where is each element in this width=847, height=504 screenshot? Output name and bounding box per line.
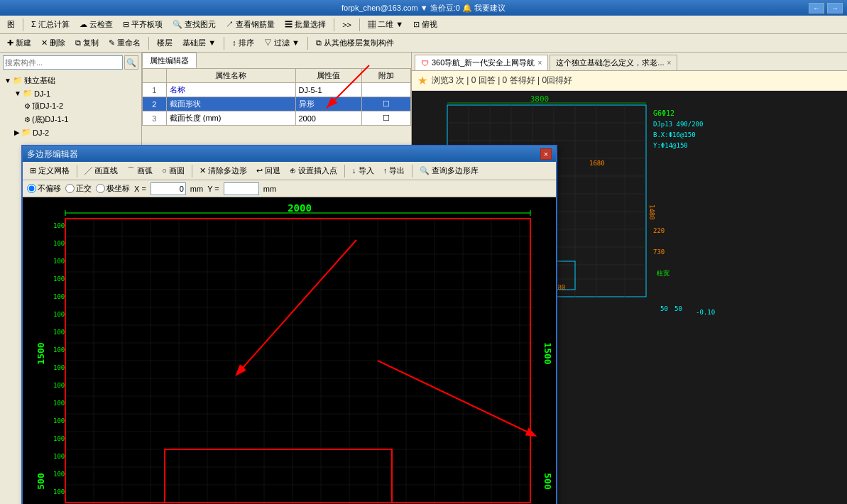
floor-select-btn[interactable]: 基础层 ▼ [178, 36, 220, 50]
svg-text:柱宽: 柱宽 [657, 270, 670, 277]
poly-library-btn[interactable]: 🔍 查询多边形库 [415, 164, 483, 177]
tree-children-dj1: ⚙ 顶DJ-1-2 ⚙ (底)DJ-1-1 [21, 99, 140, 126]
star-icon: ★ [417, 74, 427, 87]
search-input[interactable] [3, 55, 123, 70]
2d-btn[interactable]: ▦ 二维 ▼ [364, 18, 408, 31]
top-bar: forpk_chen@163.com ▼ 造价豆:0 🔔 我要建议 ← → [0, 0, 847, 16]
find-btn[interactable]: 🔍 查找图元 [168, 18, 220, 31]
floor-btn[interactable]: 楼层 [153, 36, 177, 50]
sep6 [307, 37, 308, 50]
rename-btn[interactable]: ✎ 重命名 [104, 36, 145, 50]
tree-item-dj1[interactable]: ▼ 📁 DJ-1 [11, 87, 140, 99]
poly-export-btn[interactable]: ↑ 导出 [379, 164, 410, 177]
poly-draw-circle-btn[interactable]: ○ 画圆 [158, 164, 189, 177]
props-tab: 属性编辑器 [142, 53, 411, 68]
svg-text:100: 100 [53, 488, 65, 495]
radio-no-offset-input[interactable] [27, 184, 36, 193]
col-value: 属性值 [295, 69, 362, 83]
search-button[interactable]: 🔍 [124, 55, 138, 70]
tab-360[interactable]: 🛡 360导航_新一代安全上网导航 × [415, 55, 548, 70]
poly-define-grid-btn[interactable]: ⊞ 定义网格 [26, 164, 74, 177]
copy-btn[interactable]: ⧉ 复制 [71, 36, 103, 50]
sort-btn[interactable]: ↕ 排序 [228, 36, 258, 50]
rebar-btn[interactable]: ↗ 查看钢筋量 [222, 18, 279, 31]
tab-question[interactable]: 这个独立基础怎么定义，求老... × [550, 55, 677, 70]
radio-orthogonal-input[interactable] [65, 184, 75, 193]
prop-row-1-name: 名称 [166, 83, 295, 97]
align-btn[interactable]: ⊟ 平齐板项 [119, 18, 167, 31]
delete-btn[interactable]: ✕ 删除 [37, 36, 70, 50]
prop-row-3-value[interactable]: 2000 [295, 111, 362, 126]
tree-folder-icon: 📁 [13, 76, 23, 85]
tree-children-root: ▼ 📁 DJ-1 ⚙ 顶DJ-1-2 ⚙ (底)DJ-1-1 [11, 87, 140, 138]
poly-clear-btn[interactable]: ✕ 清除多边形 [195, 164, 251, 177]
prop-row-2-num: 2 [143, 97, 167, 111]
topview-btn[interactable]: ⊡ 俯视 [409, 18, 442, 31]
tree-dj1-label: DJ-1 [34, 89, 50, 98]
poly-svg: 2000 1500 1500 500 500 × [23, 197, 556, 504]
radio-orthogonal[interactable]: 正交 [65, 183, 92, 194]
filter-btn[interactable]: ▽ 过滤 ▼ [260, 36, 304, 50]
svg-text:Y:Φ14@150: Y:Φ14@150 [653, 142, 688, 149]
poly-draw-arc-btn[interactable]: ⌒ 画弧 [123, 164, 157, 177]
sep5 [224, 37, 224, 50]
nav-back-btn[interactable]: ← [809, 3, 824, 13]
col-name: 属性名称 [166, 69, 295, 83]
tree-dj1-2-label: 顶DJ-1-2 [32, 101, 63, 111]
x-input[interactable] [151, 182, 186, 195]
col-extra: 附加 [362, 69, 411, 83]
tree-item-dj2[interactable]: ▶ 📁 DJ-2 [11, 126, 140, 138]
prop-row-3-name: 截面长度 (mm) [166, 111, 295, 126]
poly-insert-btn[interactable]: ⊕ 设置插入点 [285, 164, 341, 177]
new-btn[interactable]: ✚ 新建 [3, 36, 35, 50]
poly-draw-line-btn[interactable]: ╱ 画直线 [80, 164, 122, 177]
poly-title: 多边形编辑器 × [23, 146, 556, 162]
poly-canvas-area[interactable]: 2000 1500 1500 500 500 × [23, 197, 556, 504]
tab-360-close[interactable]: × [537, 59, 542, 67]
y-unit: mm [263, 185, 276, 193]
prop-row-3-check[interactable]: ☐ [362, 111, 411, 126]
tree-item-dj1-1[interactable]: ⚙ (底)DJ-1-1 [21, 113, 140, 126]
tab-question-close[interactable]: × [667, 59, 672, 67]
col-num [143, 69, 167, 83]
y-input[interactable] [224, 182, 259, 195]
sum-btn[interactable]: Σ 汇总计算 [27, 18, 74, 31]
browser-info-bar: ★ 浏览3 次 | 0 回答 | 0 答得好 | 0回得好 [412, 71, 847, 91]
image-btn[interactable]: 图 [3, 18, 19, 31]
svg-text:100: 100 [53, 258, 65, 265]
tree-item-dj1-2[interactable]: ⚙ 顶DJ-1-2 [21, 99, 140, 113]
cloud-btn[interactable]: ☁ 云检查 [75, 18, 117, 31]
svg-text:2000: 2000 [288, 202, 312, 214]
copy-floor-btn[interactable]: ⧉ 从其他楼层复制构件 [312, 36, 398, 50]
prop-name-link-1[interactable]: 名称 [170, 85, 185, 94]
props-table: 属性名称 属性值 附加 1 名称 DJ-5-1 2 截面形状 异形 ☐ [142, 68, 411, 126]
poly-sep4 [412, 165, 412, 177]
prop-row-1[interactable]: 1 名称 DJ-5-1 [143, 83, 411, 97]
svg-text:100: 100 [53, 240, 65, 247]
svg-text:500: 500 [542, 473, 553, 490]
poly-undo-btn[interactable]: ↩ 回退 [252, 164, 285, 177]
poly-import-btn[interactable]: ↓ 导入 [348, 164, 378, 177]
tree-item-root[interactable]: ▼ 📁 独立基础 [1, 74, 140, 87]
tree-dj1-1-icon: ⚙ [24, 116, 31, 124]
radio-no-offset[interactable]: 不偏移 [27, 183, 61, 194]
nav-forward-btn[interactable]: → [827, 3, 843, 13]
svg-text:500: 500 [35, 473, 46, 490]
batch-btn[interactable]: ☰ 批量选择 [280, 18, 330, 31]
tab-props[interactable]: 属性编辑器 [142, 53, 197, 68]
svg-text:B.X:Φ16@150: B.X:Φ16@150 [653, 131, 696, 138]
y-label: Y = [207, 185, 219, 193]
prop-row-2-value[interactable]: 异形 [295, 97, 362, 111]
poly-sep3 [344, 165, 345, 177]
poly-toolbar: ⊞ 定义网格 ╱ 画直线 ⌒ 画弧 ○ 画圆 ✕ 清除多边形 ↩ 回退 ⊕ 设置… [23, 162, 556, 180]
poly-close-button[interactable]: × [540, 148, 552, 160]
prop-row-1-value[interactable]: DJ-5-1 [295, 83, 362, 97]
radio-polar[interactable]: 极坐标 [96, 183, 130, 194]
prop-row-2-check[interactable]: ☐ [362, 97, 411, 111]
radio-polar-input[interactable] [96, 184, 105, 193]
prop-row-2[interactable]: 2 截面形状 异形 ☐ [143, 97, 411, 111]
svg-text:100: 100 [53, 382, 65, 389]
more-btn[interactable]: >> [338, 19, 356, 31]
prop-row-2-name: 截面形状 [166, 97, 295, 111]
prop-row-3[interactable]: 3 截面长度 (mm) 2000 ☐ [143, 111, 411, 126]
